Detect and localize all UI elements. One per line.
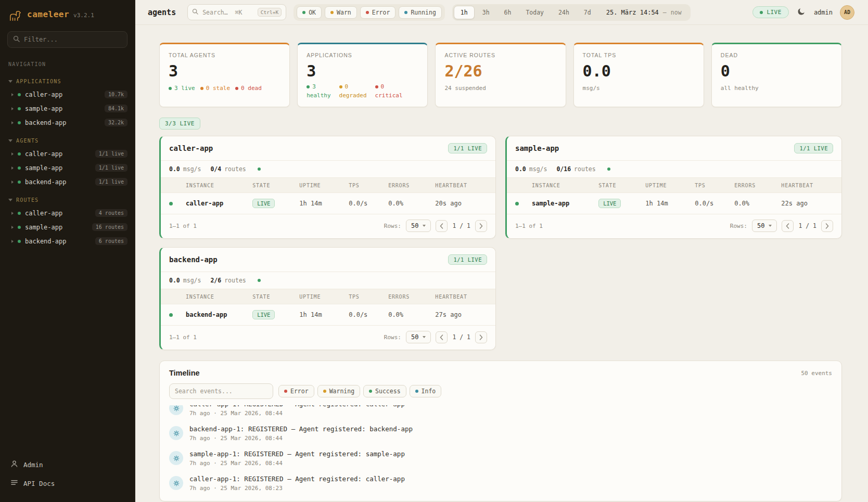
- event-text: backend-app-1: REGISTERED — Agent regist…: [189, 425, 413, 433]
- api-docs-icon: [10, 479, 18, 488]
- cell-tps: 0.0/s: [349, 311, 388, 318]
- rows-label: Rows:: [384, 334, 401, 341]
- timeline-event[interactable]: caller-app-1: REGISTERED — Agent registe…: [169, 471, 832, 496]
- cell-errors: 0.0%: [734, 200, 781, 207]
- timeline-event[interactable]: backend-app-1: REGISTERED — Agent regist…: [169, 421, 832, 446]
- row-range-text: 1–1 of 1: [515, 223, 543, 229]
- sidebar-item-label: caller-app: [25, 210, 62, 217]
- theme-toggle[interactable]: [796, 6, 807, 18]
- next-page-button[interactable]: [821, 220, 833, 232]
- timeline-event[interactable]: caller-app-1: REGISTERED — Agent registe…: [169, 405, 832, 421]
- cell-errors: 0.0%: [388, 200, 435, 207]
- filter-chip-running[interactable]: Running: [399, 6, 441, 19]
- sidebar-item-badge: 1/1 live: [95, 150, 127, 158]
- nav-section-label: NAVIGATION: [0, 55, 135, 70]
- range-7d[interactable]: 7d: [577, 6, 598, 19]
- table-row[interactable]: sample-app LIVE 1h 14m 0.0/s 0.0% 22s ag…: [507, 193, 841, 214]
- timeline-chip-info[interactable]: Info: [410, 385, 442, 397]
- col-uptime: UPTIME: [299, 294, 349, 300]
- table-row[interactable]: backend-app LIVE 1h 14m 0.0/s 0.0% 27s a…: [161, 304, 495, 325]
- section-header-applications[interactable]: APPLICATIONS: [0, 75, 135, 87]
- stat-value: 3: [169, 62, 280, 80]
- sidebar-item-routes-caller-app[interactable]: caller-app 4 routes: [0, 206, 135, 220]
- col-tps: TPS: [695, 183, 734, 188]
- next-page-button[interactable]: [475, 220, 487, 232]
- filter-chip-error[interactable]: Error: [360, 6, 396, 19]
- stats-row: TOTAL AGENTS 3 3 live 0 stale 0 dead APP…: [159, 43, 842, 107]
- timeline-chip-success[interactable]: Success: [363, 385, 406, 397]
- rows-per-page-select[interactable]: 50: [752, 220, 777, 232]
- section-header-routes[interactable]: ROUTES: [0, 194, 135, 206]
- global-search-input[interactable]: [202, 9, 253, 16]
- timeline-event-count: 50 events: [801, 370, 832, 377]
- event-text: sample-app-1: REGISTERED — Agent registe…: [189, 450, 405, 458]
- prev-page-button[interactable]: [436, 331, 448, 343]
- state-badge: LIVE: [598, 199, 621, 208]
- chip-label: Success: [375, 388, 400, 395]
- admin-icon: [10, 460, 18, 469]
- user-name: admin: [814, 9, 833, 16]
- range-1h[interactable]: 1h: [454, 6, 475, 19]
- range-6h[interactable]: 6h: [497, 6, 518, 19]
- app-card-caller-app: caller-app 1/1 LIVE 0.0 msg/s 0/4 routes…: [159, 136, 496, 239]
- next-page-button[interactable]: [475, 331, 487, 343]
- stat-card-dead: DEAD 0 all healthy: [711, 43, 842, 107]
- sidebar-item-routes-sample-app[interactable]: sample-app 16 routes: [0, 220, 135, 234]
- camel-logo-icon: [8, 9, 23, 22]
- rows-per-page-select[interactable]: 50: [406, 331, 431, 343]
- admin-link[interactable]: Admin: [0, 455, 135, 474]
- state-badge: LIVE: [252, 310, 275, 319]
- timeline-search-input[interactable]: [169, 383, 273, 399]
- sidebar-item-label: backend-app: [25, 178, 66, 186]
- section-title: ROUTES: [16, 197, 39, 203]
- api-docs-link[interactable]: API Docs: [0, 474, 135, 493]
- cell-instance: sample-app: [532, 200, 598, 207]
- sidebar-item-app-backend-app[interactable]: backend-app 32.2k: [0, 115, 135, 130]
- prev-page-button[interactable]: [782, 220, 794, 232]
- chevron-down-icon: [8, 80, 12, 83]
- nav-section-routes: ROUTES caller-app 4 routes sample-app 16…: [0, 194, 135, 248]
- stat-value: 3: [307, 62, 418, 80]
- sidebar-item-badge: 1/1 live: [95, 178, 127, 186]
- stat-title: ACTIVE ROUTES: [444, 52, 556, 58]
- cell-heartbeat: 22s ago: [781, 200, 833, 207]
- timeline-event[interactable]: sample-app-1: REGISTERED — Agent registe…: [169, 446, 832, 471]
- range-24h[interactable]: 24h: [552, 6, 576, 19]
- range-3h[interactable]: 3h: [476, 6, 496, 19]
- timeline-chip-warning[interactable]: Warning: [317, 385, 360, 397]
- col-heartbeat: HEARTBEAT: [435, 294, 487, 300]
- logo[interactable]: cameleer v3.2.1: [0, 0, 135, 27]
- sidebar-filter-input[interactable]: [24, 36, 122, 43]
- avatar[interactable]: AD: [840, 5, 854, 20]
- range-today[interactable]: Today: [519, 6, 551, 19]
- status-dot: [18, 212, 21, 215]
- stat-card-applications: APPLICATIONS 3 3 healthy 0 degraded 0: [297, 43, 428, 107]
- chip-label: Warn: [337, 9, 351, 16]
- cell-instance: caller-app: [186, 200, 252, 207]
- sidebar-item-agent-sample-app[interactable]: sample-app 1/1 live: [0, 161, 135, 175]
- rows-per-page-select[interactable]: 50: [406, 220, 431, 232]
- section-header-agents[interactable]: AGENTS: [0, 135, 135, 147]
- status-filter-group: OK Warn Error Running: [293, 4, 445, 21]
- sidebar-item-agent-backend-app[interactable]: backend-app 1/1 live: [0, 175, 135, 189]
- event-time: 7h ago · 25 Mar 2026, 08:44: [189, 460, 405, 467]
- col-heartbeat: HEARTBEAT: [435, 183, 487, 188]
- timeline-chip-error[interactable]: Error: [278, 385, 314, 397]
- stat-value: 0: [721, 62, 833, 80]
- sidebar-item-agent-caller-app[interactable]: caller-app 1/1 live: [0, 147, 135, 161]
- sidebar-item-app-caller-app[interactable]: caller-app 10.7k: [0, 87, 135, 101]
- table-footer: 1–1 of 1 Rows: 50 1 / 1: [161, 325, 495, 350]
- filter-chip-ok[interactable]: OK: [297, 6, 322, 19]
- moon-icon: [797, 7, 806, 17]
- event-time: 7h ago · 25 Mar 2026, 08:44: [189, 435, 413, 442]
- chevron-right-icon: [11, 226, 14, 229]
- live-summary-badge: 3/3 LIVE: [159, 118, 200, 130]
- event-text: caller-app-1: REGISTERED — Agent registe…: [189, 405, 405, 408]
- filter-chip-warn[interactable]: Warn: [325, 6, 357, 19]
- sidebar-item-routes-backend-app[interactable]: backend-app 6 routes: [0, 234, 135, 248]
- app-card-sample-app: sample-app 1/1 LIVE 0.0 msg/s 0/16 route…: [505, 136, 842, 239]
- prev-page-button[interactable]: [436, 220, 448, 232]
- table-row[interactable]: caller-app LIVE 1h 14m 0.0/s 0.0% 20s ag…: [161, 193, 495, 214]
- sidebar-item-label: backend-app: [25, 238, 66, 245]
- sidebar-item-app-sample-app[interactable]: sample-app 84.1k: [0, 101, 135, 115]
